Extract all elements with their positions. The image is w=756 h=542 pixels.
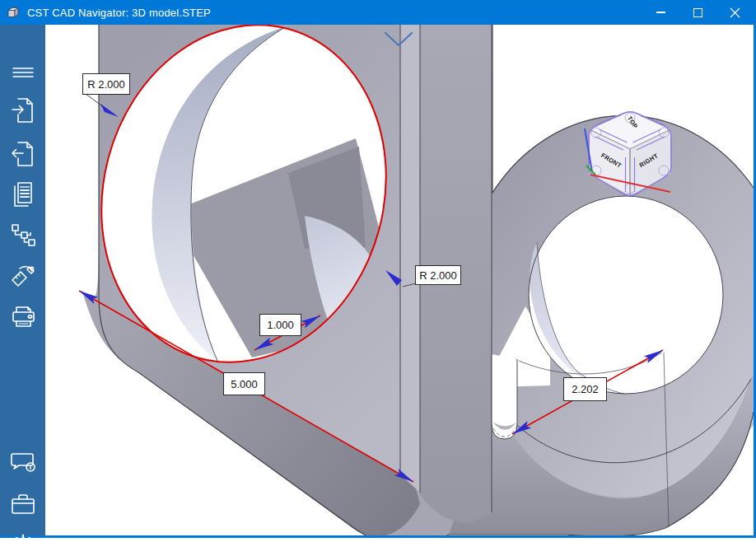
3d-viewport[interactable]: TOP FRONT RIGHT R 2.000 R 2.000 1.000 5.… [45, 25, 754, 535]
app-logo-icon [6, 5, 21, 20]
sidebar-item-about[interactable] [0, 446, 45, 482]
sidebar-item-measure[interactable] [0, 259, 45, 295]
sidebar-item-import[interactable] [0, 92, 45, 128]
printer-icon [10, 304, 36, 330]
close-icon [730, 7, 740, 18]
dimension-label-radius-2[interactable]: R 2.000 [415, 265, 461, 285]
sidebar-item-report[interactable] [0, 176, 45, 213]
sidebar-item-print[interactable] [0, 299, 45, 335]
dimension-label-thickness[interactable]: 1.000 [259, 314, 301, 336]
maximize-button[interactable] [679, 0, 716, 25]
3d-scene[interactable]: TOP FRONT RIGHT [45, 25, 754, 535]
minimize-icon [656, 12, 665, 12]
sidebar [0, 25, 45, 535]
dimension-label-length[interactable]: 5.000 [223, 372, 265, 395]
sidebar-item-settings[interactable] [0, 526, 45, 542]
window-title: CST CAD Navigator: 3D model.STEP [27, 7, 211, 19]
document-report-icon [11, 180, 35, 208]
dimension-label-radius-1[interactable]: R 2.000 [82, 73, 130, 95]
app-window: CST CAD Navigator: 3D model.STEP [0, 0, 756, 542]
model-tree-icon [10, 222, 36, 249]
import-document-icon [10, 96, 36, 124]
hamburger-icon [12, 63, 35, 82]
plate-edge-face [400, 25, 420, 493]
sidebar-item-menu[interactable] [0, 54, 45, 91]
minimize-button[interactable] [642, 0, 679, 25]
sidebar-item-export[interactable] [0, 136, 45, 172]
ring-hole [529, 196, 723, 394]
close-button[interactable] [716, 0, 754, 25]
sidebar-item-structure[interactable] [0, 217, 45, 254]
chat-info-icon [9, 451, 37, 477]
titlebar: CST CAD Navigator: 3D model.STEP [0, 0, 754, 25]
dimension-label-width[interactable]: 2.202 [563, 377, 607, 401]
sidebar-item-toolbox[interactable] [0, 486, 45, 522]
toolbox-icon [10, 492, 36, 516]
gear-icon [10, 531, 36, 542]
export-document-icon [10, 140, 36, 168]
maximize-icon [693, 8, 702, 17]
measure-tools-icon [10, 264, 36, 290]
